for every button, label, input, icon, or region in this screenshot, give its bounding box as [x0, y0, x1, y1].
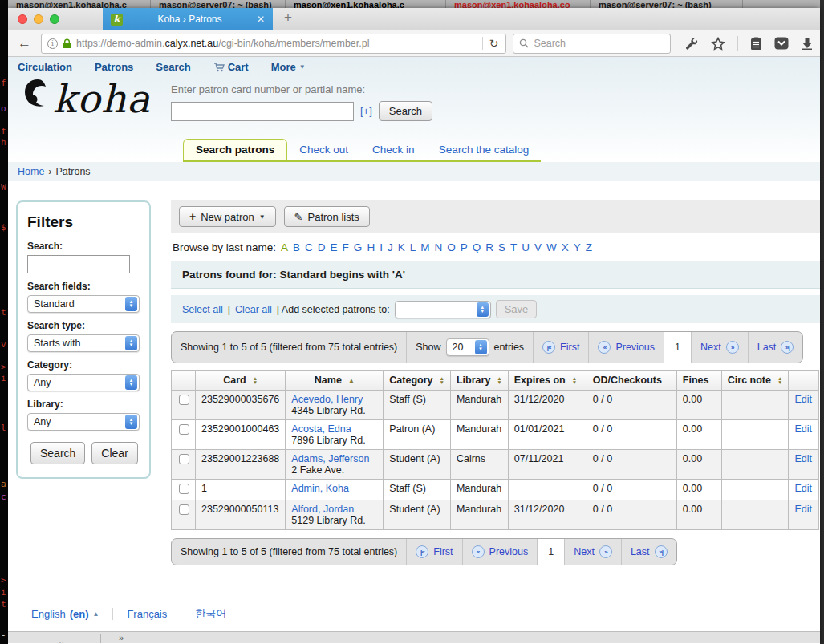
select-all-link[interactable]: Select all	[182, 304, 223, 315]
patron-name-link[interactable]: Adams, Jefferson	[291, 453, 369, 464]
browse-letter-Y[interactable]: Y	[574, 241, 581, 253]
browse-letter-B[interactable]: B	[293, 241, 300, 253]
browse-letter-W[interactable]: W	[546, 241, 557, 253]
first-page-button[interactable]: |«First	[406, 539, 461, 565]
browse-letter-U[interactable]: U	[522, 241, 530, 253]
patron-name-link[interactable]: Acevedo, Henry	[291, 394, 363, 405]
column-header-library[interactable]: Library▲▼	[450, 371, 508, 391]
clear-all-link[interactable]: Clear all	[235, 304, 272, 315]
column-header-category[interactable]: Category▲▼	[384, 371, 451, 391]
browse-letter-R[interactable]: R	[485, 241, 493, 253]
browse-letter-L[interactable]: L	[410, 241, 416, 253]
filter-category-select[interactable]: Any▲▼	[27, 374, 140, 391]
browse-letter-O[interactable]: O	[447, 241, 456, 253]
zoom-window-button[interactable]	[50, 14, 59, 24]
bookmarks-menu-icon[interactable]	[750, 37, 762, 51]
last-page-button[interactable]: Last»|	[621, 539, 676, 565]
breadcrumb-home-link[interactable]: Home	[18, 166, 44, 177]
tab-search-patrons[interactable]: Search patrons	[183, 139, 287, 160]
bookmark-star-icon[interactable]	[711, 37, 725, 51]
browse-letter-S[interactable]: S	[498, 241, 505, 253]
row-checkbox[interactable]	[179, 424, 189, 435]
save-button[interactable]: Save	[496, 300, 538, 318]
browser-search-field[interactable]: Search	[513, 34, 671, 54]
filters-search-button[interactable]: Search	[30, 442, 85, 464]
edit-link[interactable]: Edit	[794, 483, 812, 494]
browse-letter-E[interactable]: E	[331, 241, 338, 253]
browse-letter-I[interactable]: I	[380, 241, 383, 253]
row-checkbox[interactable]	[179, 454, 189, 464]
edit-link[interactable]: Edit	[794, 423, 812, 435]
nav-cart[interactable]: Cart	[213, 61, 249, 73]
browse-letter-Q[interactable]: Q	[473, 241, 481, 253]
downloads-icon[interactable]	[801, 37, 814, 50]
row-checkbox[interactable]	[179, 484, 189, 494]
browse-letter-V[interactable]: V	[534, 241, 542, 253]
next-page-button[interactable]: Next»	[691, 332, 748, 363]
edit-link[interactable]: Edit	[794, 394, 812, 405]
reload-icon[interactable]: ↻	[488, 37, 501, 50]
nav-circulation[interactable]: Circulation	[18, 61, 72, 73]
developer-wrench-icon[interactable]	[685, 37, 699, 51]
nav-search[interactable]: Search	[156, 61, 190, 73]
url-bar[interactable]: i https://demo-admin.calyx.net.au/cgi-bi…	[41, 34, 506, 54]
column-header-card[interactable]: Card▲▼	[196, 371, 286, 391]
current-page[interactable]: 1	[664, 332, 691, 363]
row-checkbox[interactable]	[179, 504, 189, 515]
patron-lists-button[interactable]: ✎ Patron lists	[284, 206, 370, 227]
browse-letter-A[interactable]: A	[281, 241, 288, 253]
filters-clear-button[interactable]: Clear	[91, 442, 137, 464]
tab-check-out[interactable]: Check out	[287, 140, 360, 160]
show-entries-select[interactable]: 20▲▼	[446, 338, 489, 356]
current-page[interactable]: 1	[537, 539, 564, 565]
browse-letter-K[interactable]: K	[398, 241, 405, 253]
browse-letter-Z[interactable]: Z	[586, 241, 592, 253]
filter-library-select[interactable]: Any▲▼	[27, 413, 140, 431]
last-page-button[interactable]: Last»|	[748, 332, 803, 363]
browser-tab-koha-patrons[interactable]: k Koha › Patrons ✕	[103, 8, 273, 30]
expand-search-link[interactable]: [+]	[360, 105, 372, 117]
language-english[interactable]: English(en) ▲	[18, 608, 113, 620]
filter-search-input[interactable]	[27, 255, 130, 273]
row-checkbox[interactable]	[179, 395, 189, 405]
patron-search-button[interactable]: Search	[379, 101, 432, 121]
nav-more[interactable]: More ▼	[271, 61, 306, 73]
patron-name-link[interactable]: Alford, Jordan	[291, 504, 354, 515]
back-icon[interactable]: ←	[14, 35, 35, 51]
new-tab-button[interactable]: +	[284, 10, 292, 26]
tab-search-the-catalog[interactable]: Search the catalog	[427, 140, 542, 160]
new-patron-button[interactable]: + New patron ▼	[179, 206, 276, 227]
next-page-button[interactable]: Next»	[564, 539, 621, 565]
tab-close-icon[interactable]: ✕	[257, 14, 265, 25]
browse-letter-T[interactable]: T	[510, 241, 517, 253]
browse-letter-C[interactable]: C	[305, 241, 313, 253]
close-window-button[interactable]	[18, 14, 27, 24]
patron-name-link[interactable]: Admin, Koha	[291, 483, 349, 494]
nav-patrons[interactable]: Patrons	[95, 61, 133, 73]
column-header-name[interactable]: Name▲	[286, 371, 384, 391]
browse-letter-M[interactable]: M	[420, 241, 429, 253]
browse-letter-P[interactable]: P	[461, 241, 468, 253]
tab-check-in[interactable]: Check in	[360, 140, 427, 160]
pocket-icon[interactable]	[774, 37, 789, 50]
previous-page-button[interactable]: «Previous	[588, 332, 664, 363]
browse-letter-X[interactable]: X	[562, 241, 569, 253]
edit-link[interactable]: Edit	[794, 453, 812, 464]
filter-type-select[interactable]: Starts with▲▼	[27, 334, 140, 352]
language-french[interactable]: Français	[113, 608, 181, 620]
patron-name-link[interactable]: Acosta, Edna	[291, 423, 351, 435]
page-info-icon[interactable]: i	[47, 38, 58, 49]
browse-letter-F[interactable]: F	[343, 241, 349, 253]
browse-letter-D[interactable]: D	[318, 241, 326, 253]
browse-letter-J[interactable]: J	[388, 241, 393, 253]
language-korean[interactable]: 한국어	[181, 606, 240, 621]
patron-search-input[interactable]	[171, 102, 354, 121]
column-header-circ-note[interactable]: Circ note▲▼	[721, 371, 789, 391]
previous-page-button[interactable]: «Previous	[462, 539, 538, 565]
column-header-expires-on[interactable]: Expires on▲▼	[508, 371, 587, 391]
browse-letter-N[interactable]: N	[434, 241, 442, 253]
browse-letter-H[interactable]: H	[367, 241, 375, 253]
patron-list-select[interactable]: ▲▼	[395, 301, 491, 318]
edit-link[interactable]: Edit	[794, 504, 812, 515]
filter-fields-select[interactable]: Standard▲▼	[27, 295, 140, 313]
